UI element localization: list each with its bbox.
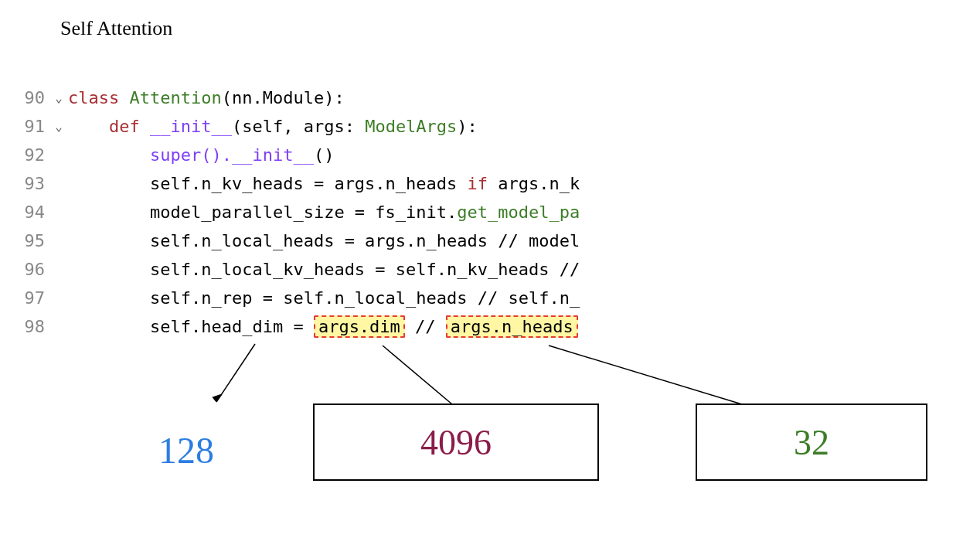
code-text: () [314,145,335,165]
svg-marker-1 [213,394,222,402]
code-block: 90 ⌄ class Attention(nn.Module): 91 ⌄ de… [19,83,580,341]
code-line-94: 94 ⌄ model_parallel_size = fs_init.get_m… [19,198,580,226]
keyword-if: if [468,174,488,193]
slide-title: Self Attention [60,17,172,40]
code-text: ): [457,117,478,136]
code-line-97: 97 ⌄ self.n_rep = self.n_local_heads // … [19,284,580,312]
code-text: self.n_local_kv_heads = self.n_kv_heads … [150,260,580,279]
line-number: 91 [19,112,45,141]
line-number: 90 [19,83,45,112]
fold-chevron-icon[interactable]: ⌄ [49,83,68,112]
line-number: 95 [19,226,45,255]
fold-chevron-icon[interactable]: ⌄ [49,112,68,141]
line-number: 98 [19,312,45,341]
func-name-init: __init__ [150,117,232,136]
type-modelargs: ModelArgs [365,117,457,136]
annotation-nheads-box: 32 [696,404,927,481]
code-text: args.n_k [488,174,580,193]
code-text: // [405,317,446,336]
connector-nheads-to-32 [541,342,773,412]
code-text: self.n_kv_heads = args.n_heads [150,174,468,193]
code-line-90: 90 ⌄ class Attention(nn.Module): [19,83,580,112]
line-number: 97 [19,284,45,312]
line-number: 96 [19,255,45,284]
highlight-args-n-heads: args.n_heads [446,315,578,338]
arrow-head-dim-to-128 [205,340,267,414]
code-line-98: 98 ⌄ self.head_dim = args.dim // args.n_… [19,312,580,341]
code-text: get_model_pa [457,203,580,222]
code-text: self.head_dim = [150,317,314,336]
svg-line-3 [549,346,742,404]
svg-line-0 [216,344,255,402]
connector-dim-to-4096 [367,342,460,412]
code-text: (nn.Module): [222,88,345,107]
line-number: 93 [19,169,45,198]
annotation-dim-box: 4096 [313,404,599,481]
code-line-92: 92 ⌄ super().__init__() [19,141,580,169]
code-text: (self, args: [232,117,365,136]
code-text: __init__ [232,145,314,165]
annotation-head-dim-value: 128 [158,429,214,472]
code-line-91: 91 ⌄ def __init__(self, args: ModelArgs)… [19,112,580,141]
line-number: 94 [19,198,45,226]
annotation-nheads-value: 32 [794,422,829,463]
code-text: self.n_rep = self.n_local_heads // self.… [150,288,580,308]
annotation-dim-value: 4096 [420,422,492,463]
code-text: model_parallel_size = fs_init. [150,203,457,222]
keyword-class: class [68,88,119,107]
code-text: super(). [150,145,232,165]
line-number: 92 [19,141,45,169]
keyword-def: def [109,117,140,136]
code-line-95: 95 ⌄ self.n_local_heads = args.n_heads /… [19,226,580,255]
class-name: Attention [129,88,221,107]
highlight-args-dim: args.dim [314,315,405,338]
code-text: self.n_local_heads = args.n_heads // mod… [150,231,580,250]
svg-line-2 [383,346,452,404]
code-line-96: 96 ⌄ self.n_local_kv_heads = self.n_kv_h… [19,255,580,284]
code-line-93: 93 ⌄ self.n_kv_heads = args.n_heads if a… [19,169,580,198]
